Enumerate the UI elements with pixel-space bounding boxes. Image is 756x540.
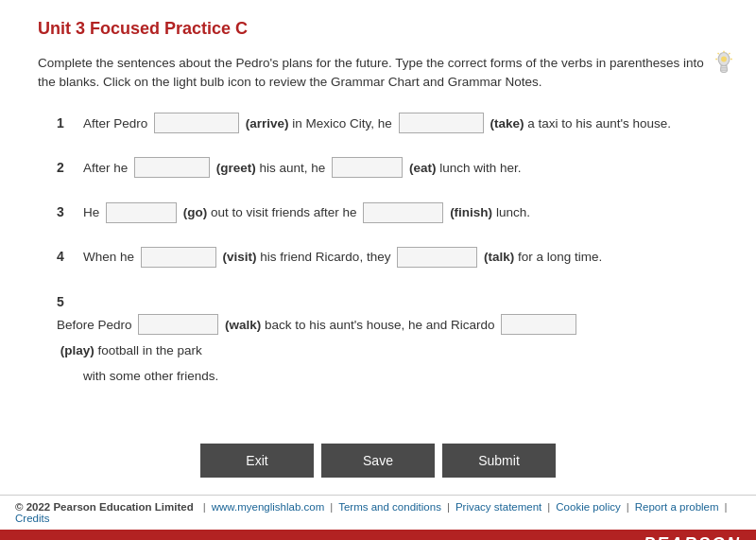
sentence-text-5: Before Pedro (walk) back to his aunt's h… (57, 314, 718, 389)
footer-credits-link[interactable]: Credits (15, 513, 49, 524)
footer-sep-5: | (627, 501, 629, 513)
input-s2a[interactable] (134, 157, 210, 178)
footer-copyright: © 2022 Pearson Education Limited (15, 501, 194, 513)
submit-button[interactable]: Submit (442, 444, 556, 478)
instructions: Complete the sentences about the Pedro's… (38, 54, 718, 93)
lightbulb-icon[interactable] (711, 49, 737, 76)
sentence-row-2: 2 After he (greet) his aunt, he (eat) lu… (57, 156, 718, 180)
save-button[interactable]: Save (321, 444, 435, 478)
sentence-number-3: 3 (57, 200, 76, 224)
sentence-number-5: 5 (57, 290, 76, 314)
svg-line-5 (718, 53, 719, 54)
svg-point-3 (721, 57, 727, 62)
input-s5b[interactable] (501, 314, 576, 335)
footer-sep-1: | (203, 501, 206, 513)
footer-sep-2: | (330, 501, 333, 513)
input-s5a[interactable] (138, 314, 218, 335)
sentence-number-1: 1 (57, 112, 76, 135)
sentence-number-4: 4 (57, 245, 76, 269)
footer-privacy-link[interactable]: Privacy statement (455, 501, 541, 513)
exit-button[interactable]: Exit (200, 444, 314, 478)
input-s4b[interactable] (397, 247, 477, 268)
sentence-number-2: 2 (57, 156, 76, 180)
footer-sep-6: | (725, 501, 728, 513)
input-s3a[interactable] (106, 202, 177, 223)
footer-cookie-link[interactable]: Cookie policy (556, 501, 620, 513)
sentence-text-2: After he (greet) his aunt, he (eat) lunc… (83, 157, 521, 180)
footer-report-link[interactable]: Report a problem (635, 501, 719, 513)
input-s4a[interactable] (141, 247, 216, 268)
input-s1a[interactable] (154, 113, 239, 133)
sentence-text-4: When he (visit) his friend Ricardo, they… (83, 246, 602, 269)
sentence-row-1: 1 After Pedro (arrive) in Mexico City, h… (57, 112, 718, 135)
footer-sep-4: | (547, 501, 550, 513)
sentence-text-1: After Pedro (arrive) in Mexico City, he … (83, 113, 671, 135)
buttons-area: Exit Save Submit (0, 428, 756, 495)
sentence-text-3: He (go) out to visit friends after he (f… (83, 201, 530, 224)
sentence-row-4: 4 When he (visit) his friend Ricardo, th… (57, 245, 718, 269)
svg-line-6 (729, 53, 730, 54)
footer-website-link[interactable]: www.myenglishlab.com (212, 501, 325, 513)
bottom-bar: ALWAYS LEARNING PEARSON (0, 530, 756, 540)
footer-sep-3: | (447, 501, 450, 513)
input-s2b[interactable] (332, 157, 403, 178)
unit-title: Unit 3 Focused Practice C (38, 19, 718, 39)
input-s3b[interactable] (363, 202, 443, 223)
sentence-row-3: 3 He (go) out to visit friends after he … (57, 200, 718, 224)
footer: © 2022 Pearson Education Limited | www.m… (0, 495, 756, 530)
sentence-row-5: 5 Before Pedro (walk) back to his aunt's… (57, 290, 718, 389)
pearson-logo: PEARSON (644, 534, 741, 540)
input-s1b[interactable] (399, 113, 484, 133)
footer-terms-link[interactable]: Terms and conditions (338, 501, 441, 513)
